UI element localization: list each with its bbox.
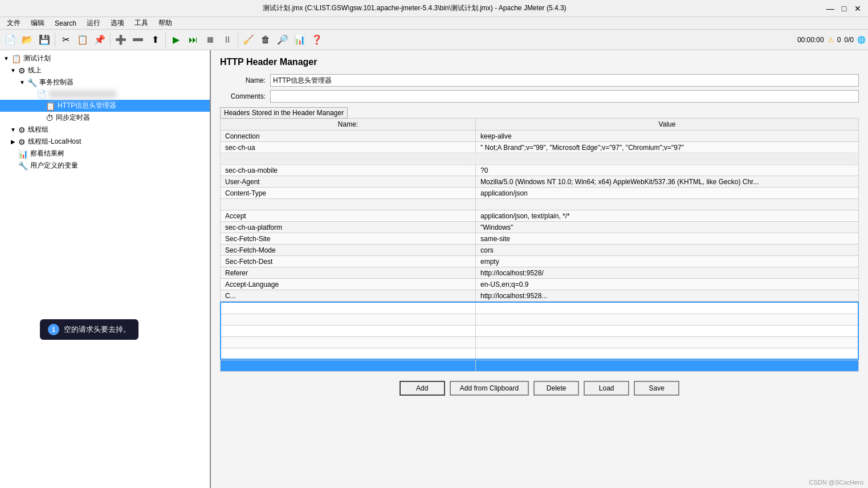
header-name-cell[interactable]: Accept xyxy=(221,210,476,222)
table-row[interactable]: Accept-Languageen-US,en;q=0.9 xyxy=(221,279,859,290)
expand-plan[interactable]: ▼ xyxy=(2,55,10,63)
close-button[interactable]: ✕ xyxy=(852,3,863,14)
tree-item-plan[interactable]: ▼ 📋 测试计划 xyxy=(0,52,210,64)
header-name-cell[interactable]: sec-ch-ua-mobile xyxy=(221,165,476,176)
tree-item-user-vars[interactable]: 🔧 用户定义的变量 xyxy=(0,160,210,172)
empty-row[interactable] xyxy=(221,348,858,359)
add-header-button[interactable]: Add xyxy=(400,381,445,396)
menu-tools[interactable]: 工具 xyxy=(130,17,153,29)
open-button[interactable]: 📂 xyxy=(19,32,35,48)
empty-row[interactable] xyxy=(221,314,858,325)
empty-name-cell[interactable] xyxy=(221,302,476,314)
header-name-cell[interactable]: sec-ch-ua-platform xyxy=(221,222,476,233)
table-row[interactable]: Refererhttp://localhost:9528/ xyxy=(221,267,859,279)
name-input[interactable] xyxy=(270,74,859,87)
empty-value-cell[interactable] xyxy=(476,325,858,336)
menu-run[interactable]: 运行 xyxy=(82,17,105,29)
minimize-button[interactable]: — xyxy=(825,3,836,14)
menu-help[interactable]: 帮助 xyxy=(154,17,177,29)
empty-name-cell[interactable] xyxy=(221,336,476,348)
clear-all-button[interactable]: 🗑 xyxy=(258,32,274,48)
table-row[interactable]: Acceptapplication/json, text/plain, */* xyxy=(221,210,859,222)
reset-button[interactable]: 📊 xyxy=(292,32,308,48)
header-name-cell[interactable]: Referer xyxy=(221,267,476,279)
paste-button[interactable]: 📌 xyxy=(92,32,108,48)
header-value-cell[interactable]: Mozilla/5.0 (Windows NT 10.0; Win64; x64… xyxy=(476,176,859,188)
empty-row[interactable] xyxy=(221,302,858,314)
header-value-cell[interactable]: keep-alive xyxy=(476,131,859,142)
header-value-cell[interactable]: application/json xyxy=(476,188,859,199)
tree-item-timer[interactable]: ⏱ 同步定时器 xyxy=(0,112,210,124)
copy-button[interactable]: 📋 xyxy=(75,32,91,48)
header-value-cell[interactable]: " Not;A Brand";v="99", "Microsoft Edge";… xyxy=(476,142,859,153)
selected-name-cell[interactable] xyxy=(221,360,476,372)
header-value-cell[interactable]: empty xyxy=(476,256,859,267)
selected-row[interactable] xyxy=(221,360,859,372)
header-value-cell[interactable]: "Windows" xyxy=(476,222,859,233)
header-name-cell[interactable]: User-Agent xyxy=(221,176,476,188)
table-row[interactable]: sec-ch-ua" Not;A Brand";v="99", "Microso… xyxy=(221,142,859,153)
header-value-cell[interactable] xyxy=(476,153,859,165)
header-value-cell[interactable]: http://localhost:9528... xyxy=(476,290,859,302)
search-toolbar-button[interactable]: 🔎 xyxy=(275,32,291,48)
delete-button[interactable]: Delete xyxy=(533,381,579,396)
add-button[interactable]: ➕ xyxy=(113,32,129,48)
expand-shang[interactable]: ▼ xyxy=(9,67,17,75)
tree-item-http-header[interactable]: 📋 HTTP信息头管理器 xyxy=(0,100,210,112)
tree-item-blurred[interactable]: 📄 ██████████████ xyxy=(0,88,210,100)
menu-options[interactable]: 选项 xyxy=(106,17,129,29)
table-row[interactable]: Sec-Fetch-Destempty xyxy=(221,256,859,267)
tree-item-localhost[interactable]: ▶ ⚙ 线程组-LocalHost xyxy=(0,136,210,148)
tree-item-controller[interactable]: ▼ 🔧 事务控制器 xyxy=(0,76,210,88)
clear-button[interactable]: 🧹 xyxy=(241,32,256,48)
empty-value-cell[interactable] xyxy=(476,302,858,314)
empty-name-cell[interactable] xyxy=(221,314,476,325)
load-button[interactable]: Load xyxy=(584,381,629,396)
tree-item-shang[interactable]: ▼ ⚙ 线上 xyxy=(0,64,210,76)
table-row[interactable]: Connectionkeep-alive xyxy=(221,131,859,142)
header-value-cell[interactable] xyxy=(476,199,859,210)
expand-tg[interactable]: ▼ xyxy=(9,126,17,134)
comments-input[interactable] xyxy=(270,90,859,103)
empty-value-cell[interactable] xyxy=(476,314,858,325)
tree-item-thread-group[interactable]: ▼ ⚙ 线程组 xyxy=(0,124,210,136)
empty-value-cell[interactable] xyxy=(476,348,858,359)
table-row[interactable]: Sec-Fetch-Modecors xyxy=(221,245,859,256)
menu-file[interactable]: 文件 xyxy=(2,17,25,29)
maximize-button[interactable]: □ xyxy=(838,3,850,14)
start-button[interactable]: ▶ xyxy=(168,32,184,48)
remove-button[interactable]: ➖ xyxy=(130,32,146,48)
empty-row[interactable] xyxy=(221,325,858,336)
expand-localhost[interactable]: ▶ xyxy=(9,138,17,146)
header-name-cell[interactable] xyxy=(221,199,476,210)
browse-button[interactable]: ⬆ xyxy=(147,32,163,48)
expand-controller[interactable]: ▼ xyxy=(18,79,26,87)
help-button[interactable]: ❓ xyxy=(309,32,325,48)
header-name-cell[interactable]: Content-Type xyxy=(221,188,476,199)
cut-button[interactable]: ✂ xyxy=(58,32,74,48)
table-row[interactable]: Content-Typeapplication/json xyxy=(221,188,859,199)
empty-name-cell[interactable] xyxy=(221,348,476,359)
header-name-cell[interactable]: Sec-Fetch-Dest xyxy=(221,256,476,267)
header-name-cell[interactable]: Sec-Fetch-Mode xyxy=(221,245,476,256)
table-row[interactable]: C...http://localhost:9528... xyxy=(221,290,859,302)
empty-row[interactable] xyxy=(221,336,858,348)
header-value-cell[interactable]: cors xyxy=(476,245,859,256)
new-button[interactable]: 📄 xyxy=(2,32,18,48)
header-name-cell[interactable]: Sec-Fetch-Site xyxy=(221,233,476,245)
header-value-cell[interactable]: en-US,en;q=0.9 xyxy=(476,279,859,290)
table-row[interactable] xyxy=(221,199,859,210)
header-name-cell[interactable] xyxy=(221,153,476,165)
header-value-cell[interactable]: application/json, text/plain, */* xyxy=(476,210,859,222)
save-button[interactable]: 💾 xyxy=(36,32,52,48)
header-value-cell[interactable]: same-site xyxy=(476,233,859,245)
save-headers-button[interactable]: Save xyxy=(634,381,679,396)
start-no-pause-button[interactable]: ⏭ xyxy=(185,32,201,48)
header-name-cell[interactable]: C... xyxy=(221,290,476,302)
add-from-clipboard-button[interactable]: Add from Clipboard xyxy=(450,381,529,396)
table-row[interactable]: sec-ch-ua-platform"Windows" xyxy=(221,222,859,233)
table-row[interactable] xyxy=(221,153,859,165)
header-value-cell[interactable]: ?0 xyxy=(476,165,859,176)
menu-search[interactable]: Search xyxy=(50,18,81,29)
table-row[interactable]: User-AgentMozilla/5.0 (Windows NT 10.0; … xyxy=(221,176,859,188)
